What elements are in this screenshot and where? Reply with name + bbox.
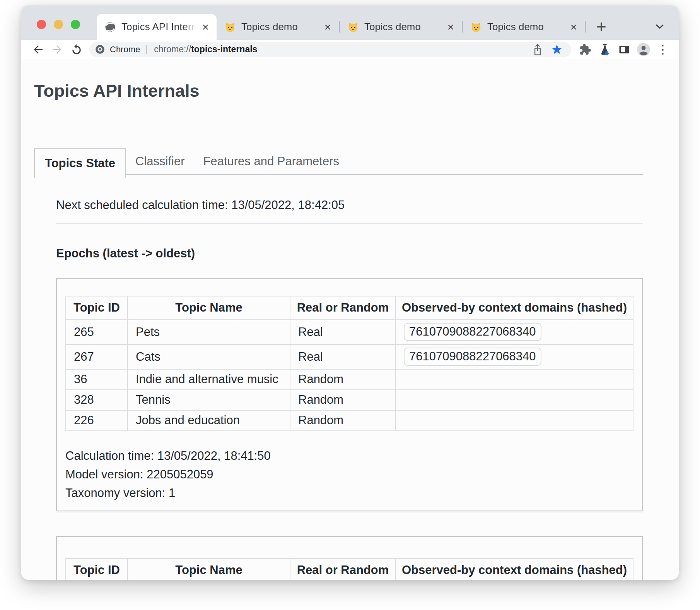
side-panel-icon[interactable]	[615, 41, 634, 58]
header-topic-id: Topic ID	[66, 559, 128, 580]
page-title: Topics API Internals	[34, 81, 643, 101]
url-separator	[146, 45, 147, 54]
cell-topic-id: 265	[66, 320, 128, 344]
url-scheme: chrome://	[154, 44, 191, 55]
header-topic-name: Topic Name	[128, 296, 290, 320]
close-icon[interactable]: ×	[323, 21, 333, 33]
model-version: Model version: 2205052059	[65, 465, 633, 484]
epochs-heading: Epochs (latest -> oldest)	[56, 247, 643, 260]
epoch-panel-older: Topic ID Topic Name Real or Random Obser…	[56, 536, 643, 580]
profile-avatar[interactable]	[634, 41, 653, 58]
taxonomy-version: Taxonomy version: 1	[65, 484, 633, 502]
tab-search-chevron-icon[interactable]	[654, 21, 666, 32]
table-row: 267 Cats Real 7610709088227068340	[66, 344, 633, 369]
forward-icon[interactable]	[48, 41, 67, 58]
cat-favicon-icon	[224, 21, 236, 33]
header-topic-id: Topic ID	[66, 296, 128, 320]
traffic-lights	[37, 20, 80, 29]
header-real-or-random: Real or Random	[290, 296, 396, 320]
tab-divider	[585, 21, 586, 33]
topics-state-panel: Next scheduled calculation time: 13/05/2…	[34, 198, 643, 580]
observed-domain-chip: 7610709088227068340	[404, 348, 541, 366]
browser-tab-topics-demo-1[interactable]: Topics demo ×	[217, 14, 339, 40]
page-content: Topics API Internals Topics State Classi…	[21, 81, 679, 580]
window-close-button[interactable]	[37, 20, 46, 29]
cell-observed-domains	[396, 390, 633, 410]
share-icon[interactable]	[528, 41, 547, 58]
cell-observed-domains	[396, 410, 633, 431]
cell-topic-id: 267	[66, 344, 128, 369]
cell-real-or-random: Random	[290, 410, 396, 431]
tab-title: Topics demo	[487, 21, 565, 33]
cell-real-or-random: Real	[290, 320, 396, 344]
flask-experiment-icon[interactable]	[595, 41, 615, 58]
site-label: Chrome	[110, 45, 140, 55]
cell-topic-name: Tennis	[128, 390, 290, 410]
browser-tab-strip: Topics API Intern × Topics demo ×	[21, 5, 679, 40]
window-minimize-button[interactable]	[54, 20, 63, 29]
cell-topic-id: 328	[66, 390, 128, 410]
next-scheduled-calculation-time: Next scheduled calculation time: 13/05/2…	[56, 198, 643, 212]
calculation-time: Calculation time: 13/05/2022, 18:41:50	[65, 447, 633, 465]
tab-title: Topics demo	[364, 21, 442, 33]
table-row: 36 Indie and alternative music Random	[66, 369, 633, 390]
reload-icon[interactable]	[67, 41, 86, 58]
browser-toolbar: Chrome chrome:// topics-internals	[21, 40, 679, 59]
cell-topic-name: Jobs and education	[128, 410, 290, 431]
browser-window: Topics API Intern × Topics demo ×	[21, 5, 679, 580]
close-icon[interactable]: ×	[569, 21, 579, 33]
header-observed-domains: Observed-by context domains (hashed)	[396, 296, 633, 320]
table-row: 328 Tennis Random	[66, 390, 633, 410]
globe-favicon-icon	[104, 21, 116, 33]
bookmark-star-icon[interactable]	[547, 41, 567, 58]
cat-favicon-icon	[470, 21, 482, 33]
page-tab-bar: Topics State Classifier Features and Par…	[34, 148, 643, 175]
cell-topic-id: 226	[66, 410, 128, 431]
address-bar[interactable]: Chrome chrome:// topics-internals	[89, 42, 571, 57]
extensions-puzzle-icon[interactable]	[576, 41, 595, 58]
header-topic-name: Topic Name	[128, 559, 290, 580]
table-row: 226 Jobs and education Random	[66, 410, 633, 431]
browser-tab-topics-demo-2[interactable]: Topics demo ×	[340, 14, 462, 40]
topics-table: Topic ID Topic Name Real or Random Obser…	[65, 296, 633, 431]
back-icon[interactable]	[28, 41, 48, 58]
header-real-or-random: Real or Random	[290, 559, 396, 580]
close-icon[interactable]: ×	[200, 21, 210, 33]
close-icon[interactable]: ×	[446, 21, 456, 33]
url-host: topics-internals	[191, 44, 257, 55]
cell-real-or-random: Random	[290, 390, 396, 410]
epoch-info: Calculation time: 13/05/2022, 18:41:50 M…	[65, 447, 633, 502]
cat-favicon-icon	[347, 21, 359, 33]
browser-tab-topics-internals[interactable]: Topics API Intern ×	[97, 14, 217, 40]
tab-title: Topics demo	[241, 21, 319, 33]
cell-topic-name: Cats	[128, 344, 290, 369]
cell-topic-name: Pets	[128, 320, 290, 344]
cell-topic-name: Indie and alternative music	[128, 369, 290, 390]
epoch-panel-latest: Topic ID Topic Name Real or Random Obser…	[56, 278, 643, 511]
table-header-row: Topic ID Topic Name Real or Random Obser…	[66, 296, 633, 320]
topics-table: Topic ID Topic Name Real or Random Obser…	[65, 558, 633, 580]
tab-features-and-parameters[interactable]: Features and Parameters	[194, 149, 349, 174]
window-zoom-button[interactable]	[71, 20, 80, 29]
tab-classifier[interactable]: Classifier	[126, 149, 194, 174]
browser-tab-topics-demo-3[interactable]: Topics demo ×	[463, 14, 585, 40]
section-divider	[56, 223, 643, 224]
chrome-logo-icon	[95, 44, 105, 55]
table-header-row: Topic ID Topic Name Real or Random Obser…	[66, 559, 633, 580]
cell-observed-domains: 7610709088227068340	[396, 320, 633, 344]
menu-dots-icon[interactable]: ⋮	[653, 41, 673, 58]
table-row: 265 Pets Real 7610709088227068340	[66, 320, 633, 344]
new-tab-button[interactable]: +	[596, 18, 606, 35]
observed-domain-chip: 7610709088227068340	[404, 323, 541, 341]
header-observed-domains: Observed-by context domains (hashed)	[396, 559, 633, 580]
cell-observed-domains: 7610709088227068340	[396, 344, 633, 369]
tab-topics-state[interactable]: Topics State	[34, 148, 126, 178]
cell-real-or-random: Random	[290, 369, 396, 390]
tab-title: Topics API Intern	[121, 21, 197, 33]
cell-observed-domains	[396, 369, 633, 390]
cell-topic-id: 36	[66, 369, 128, 390]
cell-real-or-random: Real	[290, 344, 396, 369]
